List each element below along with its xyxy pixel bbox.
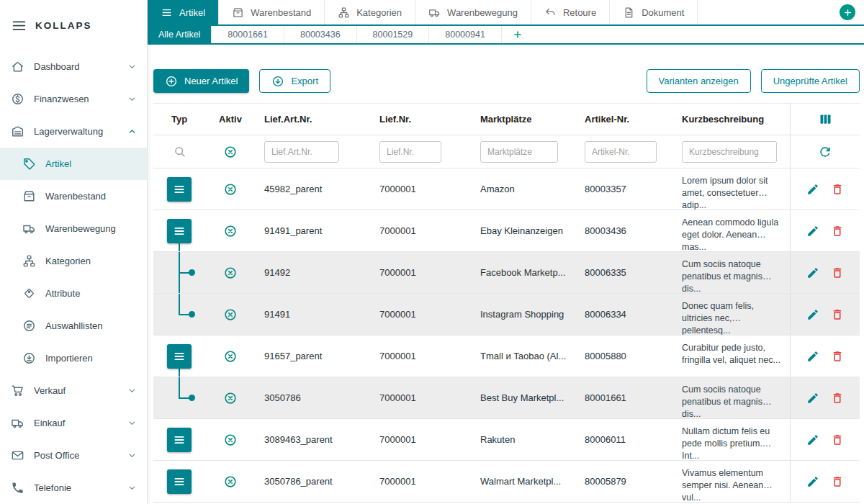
lief-nr-filter-input[interactable] [379,141,441,163]
refresh-icon[interactable] [818,145,832,159]
cell-actions [790,168,860,210]
cell-lief-nr: 7000001 [371,419,472,460]
sidebar-item-einkauf[interactable]: Einkauf [0,407,147,439]
article-type-button[interactable] [167,344,192,369]
subtab-alle-artikel[interactable]: Alle Artikel [148,26,212,43]
header-lief-nr: Lief.Nr. [371,104,472,135]
edit-icon[interactable] [806,433,819,446]
delete-icon[interactable] [831,225,844,238]
edit-icon[interactable] [806,266,819,279]
subtab-article[interactable]: 80001529 [357,26,430,43]
unchecked-articles-button[interactable]: Ungeprüfte Artikel [761,69,860,93]
add-article-tab-button[interactable] [502,26,534,43]
cell-actions [790,252,860,293]
cell-lief-nr: 7000001 [371,294,472,335]
box-icon [22,189,36,203]
sidebar-item-post-office[interactable]: Post Office [0,439,147,472]
article-type-button[interactable] [167,428,192,452]
tree-connector [179,377,180,398]
edit-icon[interactable] [806,183,819,196]
sidebar-item-lagerverwaltung[interactable]: Lagerverwaltung [0,115,147,148]
cell-lief-nr: 7000001 [371,461,472,502]
active-status-icon[interactable] [223,474,238,489]
cell-artikel-nr: 80005880 [576,336,673,377]
active-status-icon[interactable] [223,433,238,447]
sidebar-item-verkauf[interactable]: Verkauf [0,374,147,407]
sidebar-item-artikel[interactable]: Artikel [0,148,147,180]
article-type-button[interactable] [167,469,192,494]
cell-lief-nr: 7000001 [371,377,472,418]
tree-connector [179,294,180,315]
cell-aktiv [205,336,256,377]
active-status-icon[interactable] [223,266,238,280]
sidebar-item-label: Post Office [34,450,79,461]
delete-icon[interactable] [831,308,844,321]
cell-marktplatz: Tmall и Taobao (Al... [472,336,576,377]
document-icon [623,6,635,19]
sidebar-item-finanzwesen[interactable]: Finanzwesen [0,83,147,115]
sidebar-item-auswahllisten[interactable]: Auswahllisten [0,310,147,342]
export-button[interactable]: Export [259,69,330,93]
add-tab-button[interactable] [840,4,855,20]
sidebar-item-warenbewegung[interactable]: Warenbewegung [0,212,147,245]
edit-icon[interactable] [806,308,819,321]
subtab-article[interactable]: 80003436 [284,26,357,43]
menu-icon[interactable] [12,18,27,33]
lief-art-nr-filter-input[interactable] [264,141,339,163]
columns-icon[interactable] [818,112,833,127]
delete-icon[interactable] [831,350,844,363]
sidebar-item-dashboard[interactable]: Dashboard [0,50,147,83]
active-status-icon[interactable] [223,224,238,238]
article-type-button[interactable] [167,219,192,243]
sidebar-item-telefonie[interactable]: Telefonie [0,472,147,504]
active-status-icon[interactable] [223,349,238,364]
subtab-article[interactable]: 80001661 [212,26,284,43]
filter-typ [153,135,205,168]
list-icon [173,433,186,446]
article-type-button[interactable] [167,177,192,202]
box-icon [232,6,244,19]
delete-icon[interactable] [831,433,844,446]
delete-icon[interactable] [831,475,844,488]
cell-artikel-nr: 80001661 [576,377,673,418]
tab-warenbestand[interactable]: Warenbestand [219,0,325,24]
active-filter-icon[interactable] [223,145,238,159]
tab-artikel[interactable]: Artikel [148,0,219,24]
tab-kategorien[interactable]: Kategorien [325,0,415,24]
warehouse-icon [11,125,24,138]
edit-icon[interactable] [806,475,819,488]
subtab-label: 80000941 [445,30,485,40]
cell-kurzbeschreibung: Lorem ipsum dolor sit amet, consectetuer… [673,168,790,210]
delete-icon[interactable] [831,183,844,196]
active-status-icon[interactable] [223,307,238,322]
sidebar-item-warenbestand[interactable]: Warenbestand [0,180,147,212]
edit-icon[interactable] [806,225,819,238]
sitemap-icon [338,6,350,19]
sidebar-item-importieren[interactable]: Importieren [0,342,147,374]
export-icon [271,75,284,88]
tab-label: Kategorien [356,7,402,18]
show-variants-button[interactable]: Varianten anzeigen [647,69,751,93]
filter-actions [790,135,860,168]
filter-kurzbeschreibung [673,135,790,168]
tab-retoure[interactable]: Retoure [531,0,610,24]
tree-connector [179,369,180,377]
button-label: Varianten anzeigen [659,76,739,86]
sidebar-item-kategorien[interactable]: Kategorien [0,245,147,277]
kurzbeschreibung-filter-input[interactable] [682,141,777,163]
delete-icon[interactable] [831,392,844,405]
tab-warenbewegung[interactable]: Warenbewegung [415,0,531,24]
sidebar-item-attribute[interactable]: Attribute [0,277,147,310]
delete-icon[interactable] [831,266,844,279]
edit-icon[interactable] [806,350,819,363]
edit-icon[interactable] [806,392,819,405]
active-status-icon[interactable] [223,182,238,197]
cell-artikel-nr: 80006334 [576,294,673,335]
tab-dokument[interactable]: Dokument [610,0,698,24]
marktplaetze-filter-input[interactable] [480,141,558,163]
active-status-icon[interactable] [223,391,238,405]
subtab-article[interactable]: 80000941 [429,26,502,43]
tree-node-dot [189,395,195,401]
artikel-nr-filter-input[interactable] [585,141,657,163]
new-article-button[interactable]: Neuer Artikel [153,69,249,93]
